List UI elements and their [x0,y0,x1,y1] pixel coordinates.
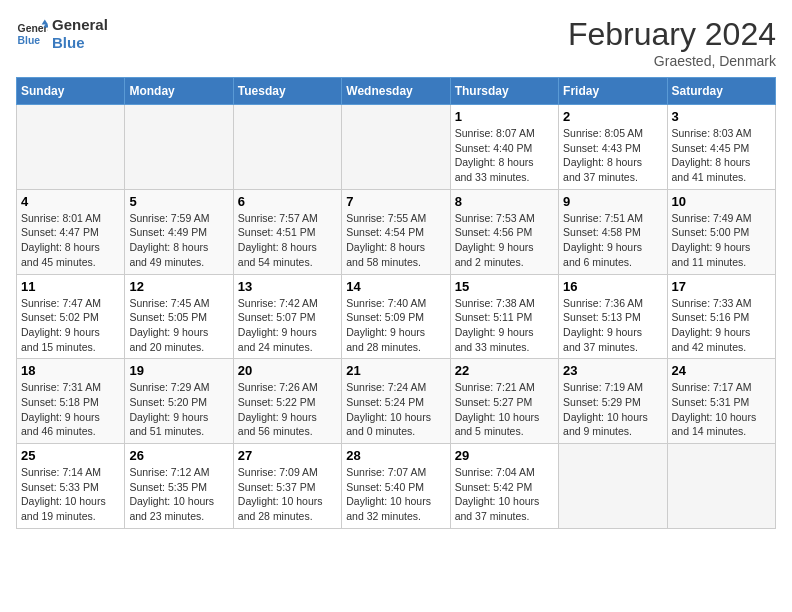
calendar-cell [17,105,125,190]
calendar-cell: 25Sunrise: 7:14 AM Sunset: 5:33 PM Dayli… [17,444,125,529]
day-info: Sunrise: 8:05 AM Sunset: 4:43 PM Dayligh… [563,126,662,185]
day-info: Sunrise: 7:09 AM Sunset: 5:37 PM Dayligh… [238,465,337,524]
day-number: 12 [129,279,228,294]
calendar-cell: 2Sunrise: 8:05 AM Sunset: 4:43 PM Daylig… [559,105,667,190]
day-number: 25 [21,448,120,463]
logo: General Blue General Blue [16,16,108,52]
day-info: Sunrise: 8:03 AM Sunset: 4:45 PM Dayligh… [672,126,771,185]
day-info: Sunrise: 7:53 AM Sunset: 4:56 PM Dayligh… [455,211,554,270]
calendar-cell [667,444,775,529]
day-info: Sunrise: 7:59 AM Sunset: 4:49 PM Dayligh… [129,211,228,270]
day-info: Sunrise: 7:49 AM Sunset: 5:00 PM Dayligh… [672,211,771,270]
day-info: Sunrise: 7:40 AM Sunset: 5:09 PM Dayligh… [346,296,445,355]
day-number: 4 [21,194,120,209]
day-number: 18 [21,363,120,378]
svg-text:General: General [18,23,48,34]
calendar-cell: 29Sunrise: 7:04 AM Sunset: 5:42 PM Dayli… [450,444,558,529]
column-header-wednesday: Wednesday [342,78,450,105]
calendar-cell: 26Sunrise: 7:12 AM Sunset: 5:35 PM Dayli… [125,444,233,529]
day-number: 8 [455,194,554,209]
day-info: Sunrise: 7:51 AM Sunset: 4:58 PM Dayligh… [563,211,662,270]
day-number: 15 [455,279,554,294]
day-info: Sunrise: 7:24 AM Sunset: 5:24 PM Dayligh… [346,380,445,439]
calendar-cell: 10Sunrise: 7:49 AM Sunset: 5:00 PM Dayli… [667,189,775,274]
calendar-cell: 9Sunrise: 7:51 AM Sunset: 4:58 PM Daylig… [559,189,667,274]
day-number: 10 [672,194,771,209]
day-number: 2 [563,109,662,124]
calendar-week-row: 11Sunrise: 7:47 AM Sunset: 5:02 PM Dayli… [17,274,776,359]
day-number: 28 [346,448,445,463]
title-area: February 2024 Graested, Denmark [568,16,776,69]
column-header-monday: Monday [125,78,233,105]
calendar-cell [559,444,667,529]
day-info: Sunrise: 7:21 AM Sunset: 5:27 PM Dayligh… [455,380,554,439]
day-number: 21 [346,363,445,378]
calendar-cell [125,105,233,190]
day-number: 29 [455,448,554,463]
day-info: Sunrise: 7:38 AM Sunset: 5:11 PM Dayligh… [455,296,554,355]
page-subtitle: Graested, Denmark [568,53,776,69]
calendar-week-row: 4Sunrise: 8:01 AM Sunset: 4:47 PM Daylig… [17,189,776,274]
day-number: 17 [672,279,771,294]
day-number: 1 [455,109,554,124]
calendar-cell: 23Sunrise: 7:19 AM Sunset: 5:29 PM Dayli… [559,359,667,444]
day-info: Sunrise: 7:47 AM Sunset: 5:02 PM Dayligh… [21,296,120,355]
day-number: 7 [346,194,445,209]
calendar-cell: 3Sunrise: 8:03 AM Sunset: 4:45 PM Daylig… [667,105,775,190]
calendar-cell [233,105,341,190]
page-title: February 2024 [568,16,776,53]
column-header-tuesday: Tuesday [233,78,341,105]
calendar-cell: 7Sunrise: 7:55 AM Sunset: 4:54 PM Daylig… [342,189,450,274]
day-info: Sunrise: 8:07 AM Sunset: 4:40 PM Dayligh… [455,126,554,185]
day-info: Sunrise: 7:33 AM Sunset: 5:16 PM Dayligh… [672,296,771,355]
day-info: Sunrise: 7:14 AM Sunset: 5:33 PM Dayligh… [21,465,120,524]
column-header-saturday: Saturday [667,78,775,105]
day-info: Sunrise: 7:42 AM Sunset: 5:07 PM Dayligh… [238,296,337,355]
column-header-sunday: Sunday [17,78,125,105]
day-number: 16 [563,279,662,294]
calendar-cell: 19Sunrise: 7:29 AM Sunset: 5:20 PM Dayli… [125,359,233,444]
day-info: Sunrise: 7:45 AM Sunset: 5:05 PM Dayligh… [129,296,228,355]
logo-icon: General Blue [16,18,48,50]
calendar-cell: 16Sunrise: 7:36 AM Sunset: 5:13 PM Dayli… [559,274,667,359]
day-info: Sunrise: 7:04 AM Sunset: 5:42 PM Dayligh… [455,465,554,524]
day-number: 13 [238,279,337,294]
day-info: Sunrise: 8:01 AM Sunset: 4:47 PM Dayligh… [21,211,120,270]
day-number: 20 [238,363,337,378]
calendar-cell: 17Sunrise: 7:33 AM Sunset: 5:16 PM Dayli… [667,274,775,359]
calendar-cell: 8Sunrise: 7:53 AM Sunset: 4:56 PM Daylig… [450,189,558,274]
calendar-cell: 13Sunrise: 7:42 AM Sunset: 5:07 PM Dayli… [233,274,341,359]
calendar-cell: 18Sunrise: 7:31 AM Sunset: 5:18 PM Dayli… [17,359,125,444]
day-info: Sunrise: 7:55 AM Sunset: 4:54 PM Dayligh… [346,211,445,270]
day-info: Sunrise: 7:36 AM Sunset: 5:13 PM Dayligh… [563,296,662,355]
day-number: 19 [129,363,228,378]
calendar-week-row: 25Sunrise: 7:14 AM Sunset: 5:33 PM Dayli… [17,444,776,529]
calendar-cell: 5Sunrise: 7:59 AM Sunset: 4:49 PM Daylig… [125,189,233,274]
svg-marker-2 [42,20,48,25]
day-number: 23 [563,363,662,378]
day-number: 22 [455,363,554,378]
day-number: 9 [563,194,662,209]
column-header-friday: Friday [559,78,667,105]
day-number: 11 [21,279,120,294]
day-number: 3 [672,109,771,124]
calendar-cell: 1Sunrise: 8:07 AM Sunset: 4:40 PM Daylig… [450,105,558,190]
calendar-cell: 27Sunrise: 7:09 AM Sunset: 5:37 PM Dayli… [233,444,341,529]
day-info: Sunrise: 7:12 AM Sunset: 5:35 PM Dayligh… [129,465,228,524]
day-info: Sunrise: 7:07 AM Sunset: 5:40 PM Dayligh… [346,465,445,524]
day-number: 26 [129,448,228,463]
calendar-week-row: 1Sunrise: 8:07 AM Sunset: 4:40 PM Daylig… [17,105,776,190]
calendar-cell: 11Sunrise: 7:47 AM Sunset: 5:02 PM Dayli… [17,274,125,359]
header: General Blue General Blue February 2024 … [16,16,776,69]
calendar-cell: 28Sunrise: 7:07 AM Sunset: 5:40 PM Dayli… [342,444,450,529]
calendar-table: SundayMondayTuesdayWednesdayThursdayFrid… [16,77,776,529]
logo-text-general: General [52,16,108,34]
logo-text-blue: Blue [52,34,108,52]
calendar-cell: 4Sunrise: 8:01 AM Sunset: 4:47 PM Daylig… [17,189,125,274]
day-number: 5 [129,194,228,209]
calendar-header-row: SundayMondayTuesdayWednesdayThursdayFrid… [17,78,776,105]
day-number: 27 [238,448,337,463]
calendar-cell: 22Sunrise: 7:21 AM Sunset: 5:27 PM Dayli… [450,359,558,444]
day-info: Sunrise: 7:17 AM Sunset: 5:31 PM Dayligh… [672,380,771,439]
calendar-cell: 14Sunrise: 7:40 AM Sunset: 5:09 PM Dayli… [342,274,450,359]
